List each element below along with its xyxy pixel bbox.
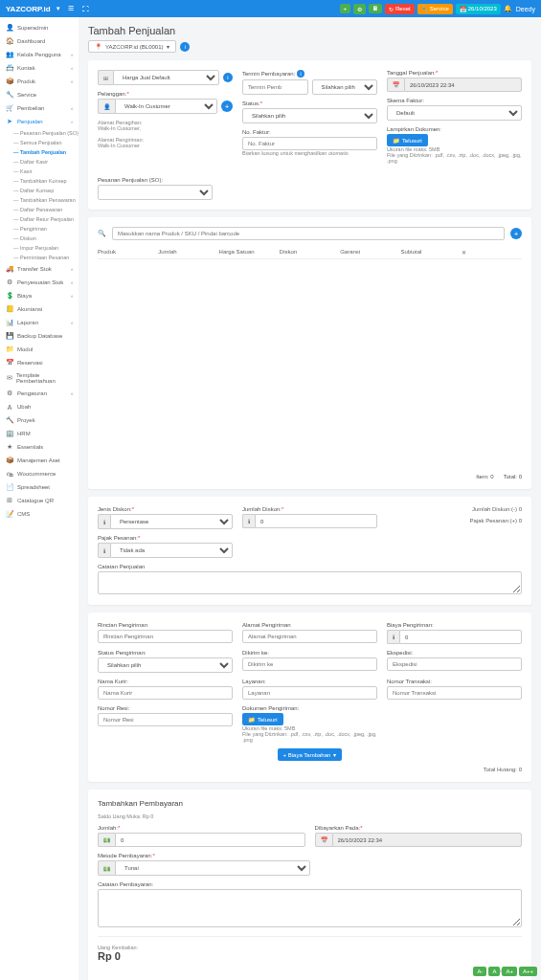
user-menu[interactable]: Deedy	[516, 6, 535, 12]
sidebar-item-penyesuaian-stok[interactable]: ⚙Penyesuaian Stok‹	[0, 276, 79, 289]
sidebar-item-kontak[interactable]: 📇Kontak‹	[0, 61, 79, 75]
ship-detail-input[interactable]	[98, 630, 233, 643]
sidebar-item-backup-database[interactable]: 💾Backup Database	[0, 329, 79, 343]
page-title: Tambah Penjualan	[88, 25, 531, 36]
notification-icon[interactable]: 🔔	[504, 4, 513, 13]
status-select[interactable]: Silahkan pilih	[242, 108, 377, 123]
sidebar-item-transfer-stok[interactable]: 🚚Transfer Stok‹	[0, 262, 79, 276]
discount-amount-input[interactable]	[255, 514, 377, 528]
ship-cost-input[interactable]	[399, 630, 522, 644]
ship-status-select[interactable]: Silahkan pilih	[98, 657, 233, 673]
invoice-no-input[interactable]	[242, 137, 377, 150]
sidebar-sub-item[interactable]: — Pengiriman	[0, 224, 79, 234]
sidebar-sub-item[interactable]: — Semua Penjualan	[0, 138, 79, 147]
sale-date-input[interactable]	[404, 78, 522, 92]
sidebar-sub-item[interactable]: — Tambahkan Penawaran	[0, 195, 79, 205]
accessibility-button[interactable]: A-	[473, 967, 486, 976]
sidebar-item-hrm[interactable]: 🏢HRM	[0, 427, 79, 440]
pay-note-textarea[interactable]	[98, 889, 522, 927]
trx-input[interactable]	[387, 686, 522, 700]
sidebar-item-proyek[interactable]: 🔨Proyek	[0, 413, 79, 427]
sidebar-sub-item[interactable]: — Permintaan Pesanan	[0, 253, 79, 262]
sidebar-item-manajemen-aset[interactable]: 📦Manajemen Aset	[0, 454, 79, 467]
sidebar-sub-item[interactable]: — Kasir	[0, 167, 79, 176]
sidebar-item-modul[interactable]: 📁Modul	[0, 343, 79, 356]
sidebar-item-catalogue-qr[interactable]: ⊞Catalogue QR	[0, 494, 79, 507]
sidebar-item-pengaturan[interactable]: ⚙Pengaturan‹	[0, 387, 79, 400]
sidebar-item-reservasi[interactable]: 📅Reservasi	[0, 356, 79, 369]
sidebar-item-penjualan[interactable]: ➤Penjualan‹	[0, 115, 79, 128]
sidebar-item-akuntansi[interactable]: 📒Akuntansi	[0, 302, 79, 316]
so-select[interactable]	[98, 185, 213, 200]
date-button[interactable]: 📅 26/10/2023	[456, 4, 501, 14]
brand-caret[interactable]: ▾	[56, 5, 60, 12]
sidebar-item-dashboard[interactable]: 🏠Dashboard	[0, 34, 79, 48]
chevron-icon: ‹	[71, 279, 73, 285]
add-customer-button[interactable]: +	[221, 100, 233, 112]
service-input[interactable]	[242, 686, 377, 700]
expedition-input[interactable]	[387, 657, 522, 671]
accessibility-button[interactable]: A++	[519, 967, 537, 976]
sendto-input[interactable]	[242, 657, 377, 671]
accessibility-button[interactable]: A	[488, 967, 500, 976]
payterm-unit-select[interactable]: Silahkan pilih	[312, 79, 378, 95]
sidebar-sub-item[interactable]: — Tambah Penjualan	[0, 147, 79, 157]
sidebar-item-pembelian[interactable]: 🛒Pembelian‹	[0, 101, 79, 115]
sidebar-item-template-pemberitahuan[interactable]: ✉Template Pemberitahuan	[0, 369, 79, 387]
sidebar-item-essentials[interactable]: ★Essentials	[0, 440, 79, 454]
cash-register-button[interactable]: 🖩	[369, 4, 382, 13]
sale-note-label: Catatan Penjualan	[98, 564, 522, 569]
sidebar-sub-item[interactable]: — Diskon	[0, 234, 79, 243]
customer-select[interactable]: Walk-In Customer	[115, 99, 217, 114]
sidebar-icon: 📒	[6, 305, 13, 313]
location-select[interactable]: 📍 YAZCORP.id (BL0001) ▾	[88, 40, 176, 53]
sidebar-item-laporan[interactable]: 📊Laporan‹	[0, 316, 79, 329]
info-icon[interactable]: i	[180, 42, 190, 52]
sidebar-sub-item[interactable]: — Pesanan Penjualan (SO)	[0, 128, 79, 138]
sidebar-sub-item[interactable]: — Daftar Kasir	[0, 157, 79, 167]
courier-input[interactable]	[98, 686, 233, 700]
paid-on-input[interactable]	[332, 833, 523, 847]
sidebar-item-service[interactable]: 🔧Service	[0, 88, 79, 101]
sidebar-item-woocommerce[interactable]: 🛍Woocommerce	[0, 467, 79, 480]
extra-cost-button[interactable]: + Biaya Tambahan ▾	[278, 748, 343, 761]
sidebar-item-cms[interactable]: 📝CMS	[0, 507, 79, 521]
brand[interactable]: YAZCORP.id	[6, 5, 51, 13]
service-button[interactable]: 🔧 Service	[417, 4, 453, 14]
pay-method-select[interactable]: Tunai	[115, 860, 310, 876]
ship-doc-browse-button[interactable]: 📁 Telusuri	[242, 713, 283, 725]
add-product-button[interactable]: +	[510, 228, 522, 239]
resi-input[interactable]	[98, 713, 233, 726]
tax-select[interactable]: Tidak ada	[110, 543, 233, 558]
plus-button[interactable]: +	[340, 4, 351, 13]
discount-type-select[interactable]: Persentase	[110, 514, 233, 529]
product-search-input[interactable]	[112, 227, 505, 240]
invoice-scheme-select[interactable]: Default	[387, 105, 522, 121]
sidebar-item-biaya[interactable]: 💲Biaya‹	[0, 289, 79, 302]
change-amount: Rp 0	[98, 950, 522, 962]
payterm-input[interactable]	[242, 79, 308, 95]
customer-label: Pelanggan:*	[98, 91, 233, 97]
accessibility-button[interactable]: A+	[502, 967, 517, 976]
invoice-scheme-label: Skema Faktur:	[387, 98, 522, 103]
price-scheme-select[interactable]: Harga Jual Default	[113, 70, 219, 85]
menu-icon[interactable]: ☰	[66, 4, 76, 13]
reset-button[interactable]: ↻ Reset	[385, 4, 415, 14]
sidebar-sub-item[interactable]: — Daftar Retur Penjualan	[0, 214, 79, 224]
sidebar-sub-item[interactable]: — Tambahkan Konsep	[0, 176, 79, 186]
ship-address-input[interactable]	[242, 630, 377, 643]
sidebar-item-superadmin[interactable]: 👤Superadmin	[0, 21, 79, 34]
sidebar-sub-item[interactable]: — Daftar Penawaran	[0, 205, 79, 214]
fullscreen-icon[interactable]: ⛶	[81, 4, 91, 13]
sidebar-item-ubah[interactable]: AUbah	[0, 400, 79, 413]
pay-amount-input[interactable]	[115, 833, 305, 847]
sidebar-item-spreadsheet[interactable]: 📄Spreadsheet	[0, 480, 79, 494]
gear-button[interactable]: ⚙	[353, 4, 366, 14]
sidebar-sub-item[interactable]: — Daftar Konsep	[0, 186, 79, 195]
sale-note-textarea[interactable]	[98, 571, 522, 594]
sidebar-item-kelola-pengguna[interactable]: 👥Kelola Pengguna‹	[0, 48, 79, 61]
sidebar-item-produk[interactable]: 📦Produk‹	[0, 75, 79, 88]
info-icon[interactable]: i	[223, 73, 233, 82]
sidebar-sub-item[interactable]: — Impor Penjualan	[0, 243, 79, 253]
browse-button[interactable]: 📁 Telusuri	[387, 134, 428, 146]
